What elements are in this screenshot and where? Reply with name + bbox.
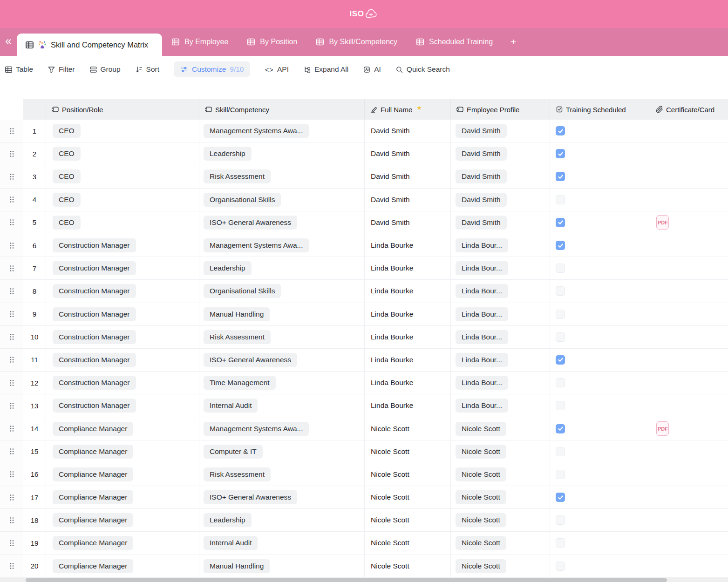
training-checkbox[interactable]: [556, 355, 565, 365]
skill-pill[interactable]: Organisational Skills: [204, 284, 281, 298]
employee-profile-cell[interactable]: Nicole Scott: [451, 463, 550, 486]
training-checkbox[interactable]: [556, 149, 565, 158]
row-drag-handle[interactable]: [0, 257, 23, 279]
skill-pill[interactable]: Management Systems Awa...: [204, 422, 309, 436]
row-drag-handle[interactable]: [0, 440, 23, 463]
training-scheduled-cell[interactable]: [550, 189, 650, 211]
row-drag-handle[interactable]: [0, 555, 23, 577]
position-pill[interactable]: Compliance Manager: [53, 490, 133, 504]
skill-competency-cell[interactable]: Internal Audit: [199, 532, 365, 554]
training-scheduled-cell[interactable]: [550, 509, 650, 531]
tab-by-skill-competency[interactable]: By Skill/Competency: [306, 28, 407, 56]
skill-pill[interactable]: Computer & IT: [204, 445, 263, 459]
row-drag-handle[interactable]: [0, 394, 23, 417]
certificate-card-cell[interactable]: [650, 142, 728, 165]
certificate-card-cell[interactable]: [650, 165, 728, 188]
skill-pill[interactable]: Leadership: [204, 513, 252, 527]
skill-pill[interactable]: Leadership: [204, 147, 252, 161]
row-drag-handle[interactable]: [0, 532, 23, 554]
employee-profile-cell[interactable]: Linda Bour...: [451, 257, 550, 279]
position-pill[interactable]: CEO: [53, 216, 81, 230]
certificate-card-cell[interactable]: [650, 555, 728, 577]
position-pill[interactable]: Construction Manager: [53, 261, 136, 275]
employee-profile-pill[interactable]: Linda Bour...: [456, 238, 508, 252]
column-header-position-role[interactable]: Position/Role: [46, 99, 199, 120]
skill-pill[interactable]: Leadership: [204, 261, 252, 275]
training-checkbox[interactable]: [556, 470, 565, 479]
skill-competency-cell[interactable]: Risk Assessment: [199, 326, 365, 348]
position-pill[interactable]: CEO: [53, 169, 81, 183]
training-scheduled-cell[interactable]: [550, 463, 650, 486]
position-role-cell[interactable]: Compliance Manager: [46, 417, 199, 440]
tab-skill-and-competency-matrix[interactable]: Skill and Competency Matrix: [17, 34, 162, 56]
skill-competency-cell[interactable]: Management Systems Awa...: [199, 120, 365, 142]
skill-competency-cell[interactable]: Manual Handling: [199, 303, 365, 325]
full-name-cell[interactable]: David Smith: [365, 142, 451, 165]
training-scheduled-cell[interactable]: [550, 349, 650, 371]
position-role-cell[interactable]: Compliance Manager: [46, 486, 199, 508]
column-header-full-name[interactable]: Full Name ★: [365, 99, 451, 120]
employee-profile-pill[interactable]: Nicole Scott: [456, 536, 506, 550]
position-role-cell[interactable]: CEO: [46, 189, 199, 211]
skill-competency-cell[interactable]: Internal Audit: [199, 394, 365, 417]
row-drag-handle[interactable]: [0, 463, 23, 486]
skill-competency-cell[interactable]: Management Systems Awa...: [199, 417, 365, 440]
training-scheduled-cell[interactable]: [550, 394, 650, 417]
employee-profile-pill[interactable]: Nicole Scott: [456, 513, 506, 527]
row-drag-handle[interactable]: [0, 349, 23, 371]
position-role-cell[interactable]: Construction Manager: [46, 257, 199, 279]
row-drag-handle[interactable]: [0, 326, 23, 348]
certificate-card-cell[interactable]: [650, 303, 728, 325]
employee-profile-pill[interactable]: David Smith: [456, 216, 507, 230]
employee-profile-pill[interactable]: Nicole Scott: [456, 422, 506, 436]
full-name-cell[interactable]: Nicole Scott: [365, 486, 451, 508]
skill-pill[interactable]: Risk Assessment: [204, 467, 271, 481]
skill-competency-cell[interactable]: Organisational Skills: [199, 189, 365, 211]
full-name-cell[interactable]: Nicole Scott: [365, 417, 451, 440]
full-name-cell[interactable]: David Smith: [365, 189, 451, 211]
training-scheduled-cell[interactable]: [550, 120, 650, 142]
training-checkbox[interactable]: [556, 126, 565, 135]
sort-button[interactable]: Sort: [135, 65, 159, 74]
skill-pill[interactable]: ISO+ General Awareness: [204, 353, 297, 367]
skill-pill[interactable]: Time Management: [204, 376, 276, 390]
training-checkbox[interactable]: [556, 538, 565, 548]
employee-profile-cell[interactable]: Linda Bour...: [451, 280, 550, 302]
position-role-cell[interactable]: Construction Manager: [46, 326, 199, 348]
training-checkbox[interactable]: [556, 264, 565, 273]
certificate-card-cell[interactable]: PDF: [650, 417, 728, 440]
row-drag-handle[interactable]: [0, 372, 23, 394]
row-drag-handle[interactable]: [0, 303, 23, 325]
position-pill[interactable]: Compliance Manager: [53, 513, 133, 527]
full-name-cell[interactable]: Linda Bourke: [365, 372, 451, 394]
training-scheduled-cell[interactable]: [550, 234, 650, 257]
tab-by-position[interactable]: By Position: [238, 28, 306, 56]
training-scheduled-cell[interactable]: [550, 555, 650, 577]
employee-profile-pill[interactable]: Linda Bour...: [456, 261, 508, 275]
skill-competency-cell[interactable]: ISO+ General Awareness: [199, 211, 365, 234]
position-role-cell[interactable]: Construction Manager: [46, 303, 199, 325]
full-name-cell[interactable]: Nicole Scott: [365, 555, 451, 577]
training-checkbox[interactable]: [556, 286, 565, 296]
full-name-cell[interactable]: Linda Bourke: [365, 280, 451, 302]
employee-profile-pill[interactable]: Linda Bour...: [456, 284, 508, 298]
certificate-card-cell[interactable]: [650, 463, 728, 486]
expand-all-button[interactable]: Expand All: [303, 65, 348, 74]
skill-competency-cell[interactable]: Leadership: [199, 509, 365, 531]
skill-pill[interactable]: Organisational Skills: [204, 193, 281, 207]
certificate-card-cell[interactable]: [650, 486, 728, 508]
certificate-card-cell[interactable]: [650, 257, 728, 279]
skill-competency-cell[interactable]: Management Systems Awa...: [199, 234, 365, 257]
full-name-cell[interactable]: Linda Bourke: [365, 326, 451, 348]
full-name-cell[interactable]: David Smith: [365, 211, 451, 234]
tab-scheduled-training[interactable]: Scheduled Training: [407, 28, 502, 56]
employee-profile-cell[interactable]: Nicole Scott: [451, 486, 550, 508]
column-header-employee-profile[interactable]: Employee Profile: [451, 99, 550, 120]
position-role-cell[interactable]: Construction Manager: [46, 372, 199, 394]
certificate-card-cell[interactable]: [650, 372, 728, 394]
skill-pill[interactable]: ISO+ General Awareness: [204, 490, 297, 504]
add-tab-button[interactable]: +: [502, 36, 524, 47]
row-drag-handle[interactable]: [0, 165, 23, 188]
table-view-button[interactable]: Table: [5, 65, 33, 74]
position-pill[interactable]: CEO: [53, 124, 81, 138]
